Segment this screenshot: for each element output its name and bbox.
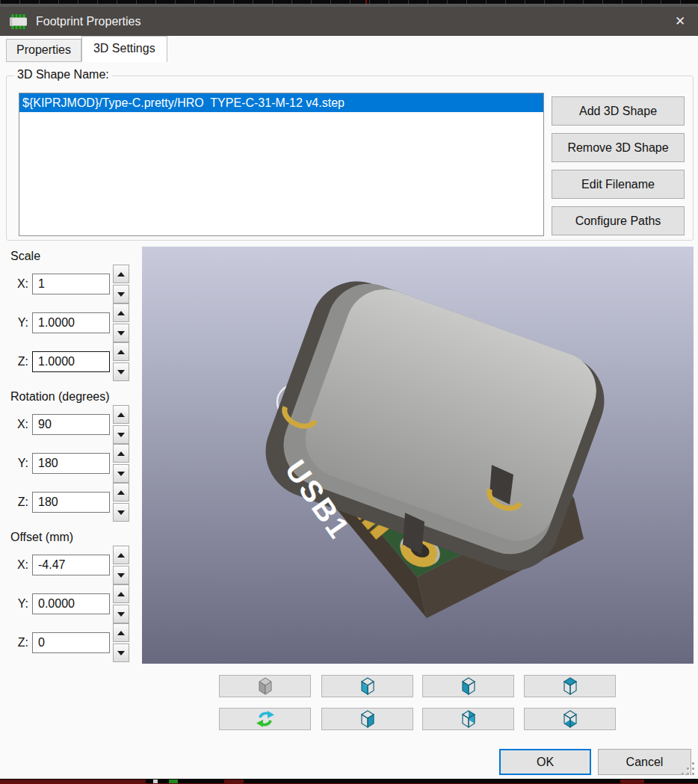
scale-z-label: Z: (9, 355, 28, 368)
3d-preview-viewport[interactable]: USB1 (142, 247, 694, 664)
spin-up-button[interactable] (113, 546, 129, 564)
rotation-x-label: X: (9, 418, 28, 431)
scale-y-input[interactable] (32, 312, 110, 333)
arrow-up-icon (117, 311, 125, 315)
rotate-update-view-button[interactable] (219, 708, 311, 730)
shape-buttons-column: Add 3D Shape Remove 3D Shape Edit Filena… (552, 96, 685, 235)
arrow-up-icon (117, 413, 125, 417)
spin-down-button[interactable] (113, 464, 129, 483)
scale-x-input[interactable] (32, 274, 110, 294)
spin-down-button[interactable] (113, 643, 129, 662)
offset-y-row: Y: (0, 584, 142, 623)
top-view-button[interactable] (524, 675, 616, 697)
bottom-view-button[interactable] (524, 708, 616, 730)
front-view-button[interactable] (422, 675, 514, 697)
scale-section-label: Scale (10, 250, 142, 263)
spin-down-button[interactable] (113, 566, 129, 584)
offset-x-spinner (113, 546, 129, 584)
spin-down-button[interactable] (113, 425, 129, 444)
rotation-y-spinner (113, 444, 129, 483)
spin-up-button[interactable] (113, 584, 129, 603)
scale-z-input[interactable] (32, 351, 110, 372)
scale-y-spinner (113, 303, 129, 342)
offset-z-label: Z: (9, 636, 28, 649)
spin-up-button[interactable] (113, 623, 129, 642)
back-view-button[interactable] (422, 708, 514, 730)
arrow-down-icon (117, 510, 125, 515)
titlebar: Footprint Properties ✕ (0, 7, 698, 36)
offset-z-input[interactable] (32, 632, 110, 653)
scale-x-row: X: (0, 265, 142, 303)
spin-up-button[interactable] (113, 303, 129, 322)
ok-button[interactable]: OK (499, 749, 591, 775)
scale-x-spinner (113, 265, 129, 303)
isometric-cube-icon (256, 676, 274, 696)
remove-3d-shape-button[interactable]: Remove 3D Shape (552, 133, 685, 162)
offset-x-input[interactable] (32, 555, 110, 575)
edit-filename-button[interactable]: Edit Filename (552, 170, 685, 199)
arrow-up-icon (117, 592, 125, 596)
offset-x-row: X: (0, 546, 142, 584)
tab-3d-settings[interactable]: 3D Settings (81, 36, 167, 62)
configure-paths-button[interactable]: Configure Paths (552, 206, 685, 235)
scale-z-spinner (113, 342, 129, 381)
tab-bar: Properties 3D Settings (6, 39, 167, 62)
spin-up-button[interactable] (113, 342, 129, 361)
close-button[interactable]: ✕ (662, 7, 698, 36)
scale-x-label: X: (9, 277, 28, 291)
spin-down-button[interactable] (113, 503, 129, 522)
spin-down-button[interactable] (113, 605, 129, 623)
offset-y-input[interactable] (32, 593, 110, 614)
spin-up-button[interactable] (113, 444, 129, 463)
offset-section-label: Offset (mm) (10, 531, 142, 544)
top-face-cube-icon (561, 676, 579, 696)
rotation-y-input[interactable] (32, 453, 110, 474)
shape-name-label: 3D Shape Name: (14, 68, 112, 81)
offset-z-row: Z: (0, 623, 142, 662)
screen: Footprint Properties ✕ Properties 3D Set… (0, 0, 698, 784)
rotation-z-label: Z: (9, 496, 28, 509)
arrow-up-icon (117, 350, 125, 354)
spin-down-button[interactable] (113, 324, 129, 342)
spin-up-button[interactable] (113, 405, 129, 424)
rotation-z-spinner (113, 483, 129, 522)
resize-grip[interactable] (682, 762, 695, 776)
rotation-x-input[interactable] (32, 414, 110, 435)
arrow-up-icon (117, 272, 125, 277)
arrow-down-icon (117, 331, 125, 336)
offset-y-spinner (113, 584, 129, 623)
shape-list[interactable]: ${KIPRJMOD}/Type-C.pretty/HRO TYPE-C-31-… (19, 93, 544, 236)
shape-name-groupbox: 3D Shape Name: ${KIPRJMOD}/Type-C.pretty… (6, 75, 694, 241)
spin-down-button[interactable] (113, 362, 129, 381)
left-view-button[interactable] (321, 675, 413, 697)
spin-up-button[interactable] (113, 265, 129, 283)
isometric-view-button[interactable] (219, 675, 311, 697)
right-face-cube-icon (359, 709, 377, 729)
scale-y-row: Y: (0, 303, 142, 342)
add-3d-shape-button[interactable]: Add 3D Shape (552, 96, 685, 126)
spin-down-button[interactable] (113, 285, 129, 303)
rotation-z-input[interactable] (32, 492, 110, 513)
scale-y-label: Y: (9, 316, 28, 330)
front-face-cube-icon (460, 676, 478, 696)
right-view-button[interactable] (321, 708, 413, 730)
tab-properties[interactable]: Properties (6, 39, 81, 62)
arrow-down-icon (117, 573, 125, 578)
rotate-arrows-icon (256, 709, 275, 729)
back-face-cube-icon (460, 709, 478, 729)
footprint-properties-dialog: Properties 3D Settings 3D Shape Name: ${… (0, 36, 698, 779)
rotation-x-spinner (113, 405, 129, 444)
rotation-y-label: Y: (9, 457, 28, 470)
cancel-button[interactable]: Cancel (598, 749, 691, 775)
window-title: Footprint Properties (36, 15, 662, 28)
transform-panel: Scale X: Y: Z: (0, 247, 142, 665)
arrow-down-icon (117, 433, 125, 437)
shape-list-item[interactable]: ${KIPRJMOD}/Type-C.pretty/HRO TYPE-C-31-… (19, 93, 543, 112)
arrow-down-icon (117, 370, 125, 374)
rotation-x-row: X: (0, 405, 142, 444)
arrow-down-icon (117, 651, 125, 655)
offset-z-spinner (113, 623, 129, 662)
arrow-up-icon (117, 490, 125, 495)
spin-up-button[interactable] (113, 483, 129, 501)
rotation-section-label: Rotation (degrees) (10, 390, 142, 404)
